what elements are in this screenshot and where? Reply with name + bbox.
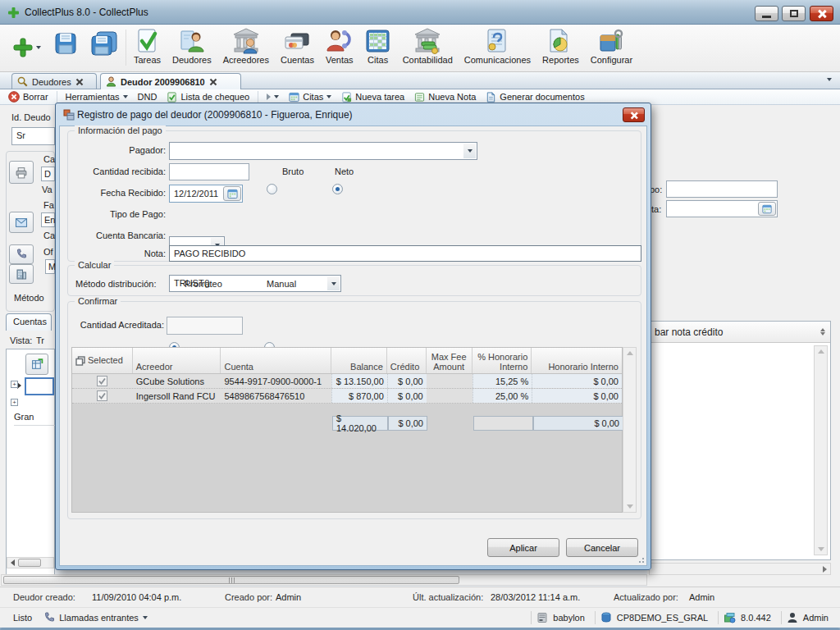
creditors-icon (232, 28, 260, 54)
pagador-combo[interactable] (169, 142, 477, 160)
fecha-calendar-button[interactable] (223, 186, 241, 201)
save-all-button[interactable] (84, 30, 124, 66)
scroll-down-icon[interactable] (818, 547, 824, 551)
column-header-balance[interactable]: Balance (331, 348, 387, 373)
column-header-cuenta[interactable]: Cuenta (221, 348, 331, 373)
close-icon (630, 111, 637, 118)
menu-herramientas[interactable]: Herramientas (62, 91, 131, 103)
toolbar-reportes[interactable]: Reportes (536, 27, 585, 70)
new-button[interactable] (7, 31, 47, 64)
menu-citas[interactable]: Citas (285, 91, 335, 103)
tree-expand-icon[interactable]: + (11, 381, 18, 388)
right-field2-input[interactable] (666, 200, 778, 217)
sidebar-field-fragment[interactable]: D (41, 167, 55, 181)
scrollbar-thumb[interactable] (3, 576, 459, 584)
company-button[interactable] (9, 264, 34, 284)
credit-note-h-scrollbar[interactable] (649, 563, 831, 575)
right-field1-input[interactable] (666, 180, 778, 198)
tab-deudor-2009906810[interactable]: Deudor 2009906810 (100, 73, 241, 89)
window-titlebar[interactable]: CollectPlus 8.0 - CollectPlus (0, 0, 840, 25)
menu-run-dropdown[interactable] (263, 93, 282, 101)
menu-nueva-tarea[interactable]: Nueva tarea (338, 91, 408, 103)
scrollbar-thumb[interactable] (18, 559, 41, 567)
sidebar-h-scrollbar[interactable] (7, 557, 54, 568)
nota-input[interactable]: PAGO RECIBIDO (169, 245, 641, 262)
column-header-max-fee[interactable]: Max Fee Amount (427, 348, 472, 373)
tab-deudores[interactable]: Deudores (11, 73, 97, 89)
maximize-button[interactable] (782, 6, 806, 21)
cell-honorario: $ 0,00 (532, 374, 622, 388)
row-checkbox-checked[interactable] (97, 376, 107, 386)
menu-dnd[interactable]: DND (135, 91, 161, 103)
select-all-checkbox-icon (75, 356, 85, 366)
credit-note-header[interactable]: bar nota crédito (650, 322, 830, 343)
column-header-honorario[interactable]: Honorario Interno (532, 348, 622, 373)
scroll-right-icon[interactable] (823, 566, 827, 573)
toolbar-deudores[interactable]: Deudores (167, 27, 217, 70)
resize-grip-icon[interactable] (637, 555, 645, 564)
tab-cuentas-sidebar[interactable]: Cuentas (6, 313, 52, 331)
print-button[interactable] (9, 161, 34, 184)
scroll-up-icon[interactable] (627, 351, 633, 355)
menu-nueva-nota[interactable]: Nueva Nota (411, 91, 479, 103)
sort-icon[interactable] (820, 328, 825, 336)
fecha-input[interactable]: 12/12/2011 (169, 185, 243, 203)
scroll-down-icon[interactable] (627, 504, 633, 509)
sidebar-label-fragment: Ca (43, 154, 55, 164)
menu-lista-chequeo[interactable]: Lista de chequeo (163, 91, 253, 103)
sidebar-label-fragment: Va (42, 185, 52, 194)
menu-generar-documentos[interactable]: Generar documentos (482, 91, 587, 103)
sidebar-field-fragment[interactable]: M (45, 259, 55, 274)
toolbar-acreedores[interactable]: Acreedores (217, 27, 275, 70)
scroll-left-icon[interactable] (7, 559, 18, 566)
credit-note-v-scrollbar[interactable] (814, 345, 828, 555)
main-h-scrollbar[interactable] (1, 574, 647, 586)
grid-active-cell[interactable] (25, 377, 54, 395)
column-header-credito[interactable]: Crédito (387, 348, 427, 373)
toolbar-tareas[interactable]: Tareas (128, 27, 167, 70)
toolbar-contabilidad[interactable]: Contabilidad (397, 27, 459, 70)
apply-button[interactable]: Aplicar (487, 538, 559, 557)
tab-close-icon[interactable] (209, 78, 217, 85)
cell-cuenta: 5489867568476510 (221, 389, 331, 403)
table-row[interactable]: Ingersoll Rand FCU 5489867568476510 $ 87… (72, 389, 622, 404)
toolbar-cuentas[interactable]: Cuentas (275, 27, 320, 70)
communications-icon (485, 28, 509, 54)
bruto-radio[interactable] (267, 184, 277, 194)
row-checkbox-checked[interactable] (97, 390, 107, 401)
sidebar-field-fragment[interactable]: En (41, 212, 55, 227)
dialog-close-button[interactable] (623, 107, 645, 122)
toolbar-ventas[interactable]: Ventas (320, 27, 359, 70)
incoming-calls-button[interactable]: Llamadas entrantes (43, 612, 148, 623)
distribution-table: Selected Acreedor Cuenta Balance Crédito… (71, 347, 623, 513)
dialog-form-icon (63, 109, 75, 121)
toolbar-label: Contabilidad (403, 55, 453, 65)
table-v-scrollbar[interactable] (623, 347, 637, 513)
close-button[interactable] (810, 6, 833, 21)
menu-borrar[interactable]: Borrar (5, 90, 52, 103)
cell-pct-honorario: 25,00 % (472, 389, 532, 403)
email-button[interactable] (9, 212, 34, 233)
date-picker-button[interactable] (758, 202, 776, 216)
tab-list-dropdown[interactable] (827, 78, 832, 81)
tipo-pago-label: Tipo de Pago: (72, 209, 166, 219)
column-header-pct-honorario[interactable]: % Honorario Interno (472, 348, 532, 373)
tab-close-icon[interactable] (75, 78, 83, 85)
neto-radio[interactable] (332, 184, 343, 194)
cantidad-input[interactable] (169, 163, 249, 180)
column-header-selected[interactable]: Selected (72, 348, 133, 373)
toolbar-configurar[interactable]: Configurar (585, 27, 638, 70)
cancel-button[interactable]: Cancelar (566, 538, 638, 557)
table-row[interactable]: GCube Solutions 9544-9917-0900-0000-1 $ … (72, 374, 622, 389)
phone-button[interactable] (9, 244, 34, 264)
toolbar-comunicaciones[interactable]: Comunicaciones (459, 27, 536, 70)
tree-expand-icon[interactable]: + (11, 399, 18, 406)
combo-dropdown-icon[interactable] (463, 144, 476, 158)
column-header-acreedor[interactable]: Acreedor (133, 348, 221, 373)
save-button[interactable] (47, 30, 84, 66)
scroll-up-icon[interactable] (818, 349, 824, 354)
minimize-button[interactable] (755, 6, 778, 21)
toolbar-citas[interactable]: Citas (359, 27, 397, 70)
grid-view-button[interactable] (25, 354, 48, 375)
salutation-field[interactable]: Sr (11, 127, 55, 145)
